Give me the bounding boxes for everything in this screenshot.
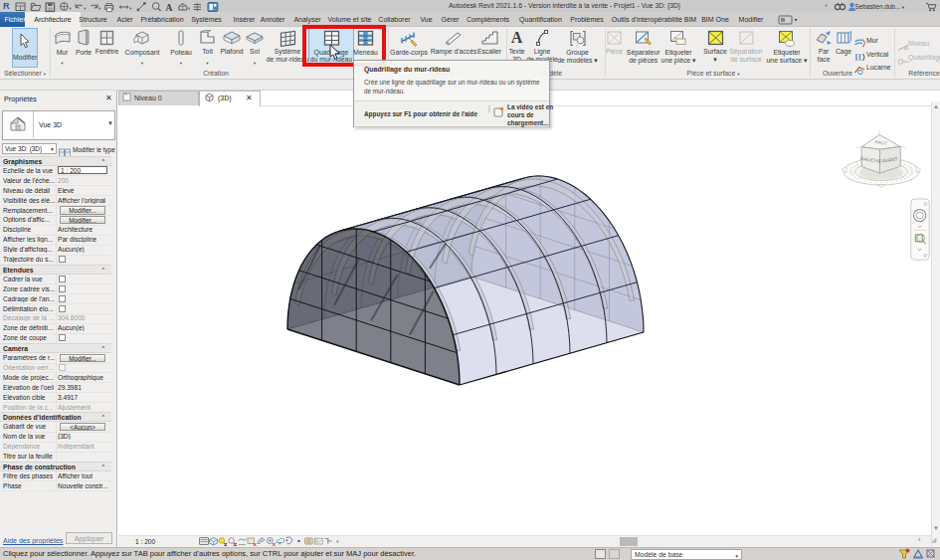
svg-text:▾: ▾	[98, 6, 101, 11]
svg-text:A: A	[165, 2, 172, 12]
svg-text:▾: ▾	[188, 6, 191, 11]
svg-text:▾: ▾	[84, 6, 87, 11]
svg-text:▾: ▾	[69, 6, 72, 11]
svg-text:▾: ▾	[129, 6, 132, 11]
